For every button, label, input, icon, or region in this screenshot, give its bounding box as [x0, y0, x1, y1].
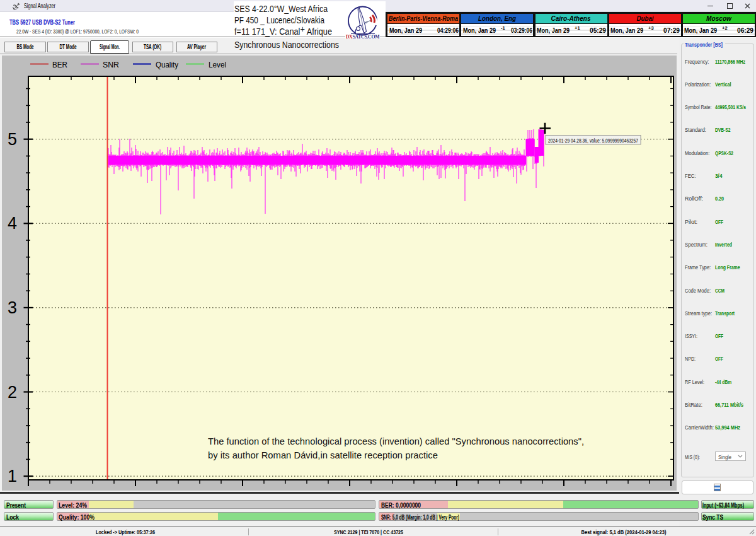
svg-text:PF 450 _ Lucenec/Slovakia: PF 450 _ Lucenec/Slovakia [234, 15, 324, 25]
svg-text:SNR: 5,0 dB (Margin: 1,0 dB |: SNR: 5,0 dB (Margin: 1,0 dB | Very Poor) [381, 514, 459, 521]
svg-text:0.20: 0.20 [715, 195, 724, 202]
svg-text:Transport: Transport [715, 310, 735, 317]
svg-text:OFF: OFF [715, 218, 723, 225]
svg-text:Locked -> Uptime: 05:37:26: Locked -> Uptime: 05:37:26 [96, 528, 155, 535]
svg-text:Level: 24%: Level: 24% [59, 502, 87, 509]
svg-text:+2: +2 [722, 25, 728, 31]
svg-text:BitRate:: BitRate: [685, 401, 702, 408]
svg-text:Stream type:: Stream type: [685, 310, 712, 317]
svg-text:Mon, Jan 29: Mon, Jan 29 [389, 26, 422, 34]
svg-text:Signal Mon.: Signal Mon. [100, 44, 120, 50]
svg-text:RF Level:: RF Level: [685, 378, 704, 385]
svg-text:-44 dBm: -44 dBm [715, 378, 731, 385]
svg-text:Inverted: Inverted [715, 241, 732, 248]
svg-text:Signal Analyzer: Signal Analyzer [24, 3, 55, 9]
svg-text:06:29: 06:29 [737, 26, 753, 34]
svg-text:Polarization:: Polarization: [685, 81, 711, 88]
svg-text:Frequency:: Frequency: [685, 58, 709, 65]
svg-text:Synchronous Nanocorrections: Synchronous Nanocorrections [234, 39, 339, 50]
svg-text:07:29: 07:29 [663, 26, 680, 34]
svg-text:04:29:06: 04:29:06 [437, 26, 459, 34]
svg-text:+1: +1 [575, 25, 580, 31]
svg-text:Long Frame: Long Frame [715, 264, 740, 271]
svg-text:OFF: OFF [715, 355, 723, 362]
svg-text:Moscow: Moscow [706, 15, 732, 22]
svg-text:CarrierWidth:: CarrierWidth: [685, 424, 714, 431]
svg-text:SES 4-22.0°W_West Africa: SES 4-22.0°W_West Africa [234, 3, 328, 14]
svg-text:Symbol Rate:: Symbol Rate: [685, 103, 712, 110]
svg-text:BS Mode: BS Mode [17, 44, 34, 50]
svg-text:Berlin-Paris-Vienna-Roma: Berlin-Paris-Vienna-Roma [389, 15, 458, 22]
svg-text:TBS 5927 USB DVB-S2 Tuner: TBS 5927 USB DVB-S2 Tuner [9, 18, 75, 26]
svg-text:BER: 0,0000000: BER: 0,0000000 [381, 502, 421, 509]
svg-text:Mon, Jan 29: Mon, Jan 29 [463, 26, 496, 34]
svg-text:Frame Type:: Frame Type: [685, 264, 711, 271]
svg-text:QPSK-S2: QPSK-S2 [715, 149, 733, 156]
svg-text:ISSYI:: ISSYI: [685, 332, 697, 339]
svg-text:Mon, Jan 29: Mon, Jan 29 [684, 26, 717, 34]
svg-text:Single: Single [718, 454, 731, 460]
svg-text:Best signal: 5,1 dB (2024-01-2: Best signal: 5,1 dB (2024-01-29 04:23) [581, 528, 667, 535]
svg-text:Mon, Jan 29: Mon, Jan 29 [537, 26, 570, 34]
svg-text:53,994 MHz: 53,994 MHz [715, 424, 740, 431]
svg-text:3/4: 3/4 [715, 172, 723, 179]
svg-text:05:29: 05:29 [590, 26, 606, 34]
svg-text:OFF: OFF [715, 332, 723, 339]
svg-text:Transponder [BS]: Transponder [BS] [685, 41, 723, 48]
svg-text:Spectrum:: Spectrum: [685, 241, 707, 248]
svg-text:66,711 Mbit/s: 66,711 Mbit/s [715, 401, 743, 408]
svg-text:Sync TS: Sync TS [702, 514, 723, 521]
svg-text:Standard:: Standard: [685, 126, 706, 133]
svg-text:f=11 171_V: Canal+ Afrique: f=11 171_V: Canal+ Afrique [234, 23, 332, 37]
svg-text:Code Mode:: Code Mode: [685, 287, 711, 294]
svg-text:Mon, Jan 29: Mon, Jan 29 [610, 26, 643, 34]
svg-text:+3: +3 [648, 25, 654, 31]
svg-text:FEC:: FEC: [685, 172, 696, 179]
svg-text:NPD:: NPD: [685, 355, 696, 362]
svg-text:Input (~63,84 Mbps): Input (~63,84 Mbps) [702, 502, 744, 509]
svg-text:Modulation:: Modulation: [685, 149, 710, 156]
svg-text:Lock: Lock [6, 514, 19, 521]
svg-text:Cairo-Athens: Cairo-Athens [551, 15, 591, 22]
svg-text:DT Mode: DT Mode [60, 44, 77, 50]
svg-text:SYNC 2129 | TEI 7070 | CC 4372: SYNC 2129 | TEI 7070 | CC 43725 [334, 528, 404, 535]
svg-text:DVB-S2: DVB-S2 [715, 126, 731, 133]
svg-text:MIS (0):: MIS (0): [685, 453, 700, 460]
svg-text:Dubai: Dubai [637, 15, 655, 22]
svg-text:London, Eng: London, Eng [478, 15, 516, 22]
svg-text:22.0W - SES 4 (ID: 3380) @ LOF: 22.0W - SES 4 (ID: 3380) @ LOF1: 9750000… [16, 28, 139, 35]
svg-text:Vertical: Vertical [715, 81, 731, 88]
svg-text:-1: -1 [501, 25, 505, 31]
svg-text:Present: Present [6, 502, 26, 509]
svg-text:11170,866 MHz: 11170,866 MHz [715, 58, 745, 65]
svg-text:TSA (OK): TSA (OK) [144, 44, 161, 50]
svg-text:Quality: 100%: Quality: 100% [59, 514, 94, 521]
svg-text:AV Player: AV Player [187, 44, 206, 50]
svg-text:44995,501 KS/s: 44995,501 KS/s [715, 103, 746, 110]
svg-text:Pilot:: Pilot: [685, 218, 697, 225]
svg-text:CCM: CCM [715, 287, 724, 294]
svg-text:RollOff:: RollOff: [685, 195, 703, 202]
svg-text:03:29:06: 03:29:06 [511, 26, 532, 34]
